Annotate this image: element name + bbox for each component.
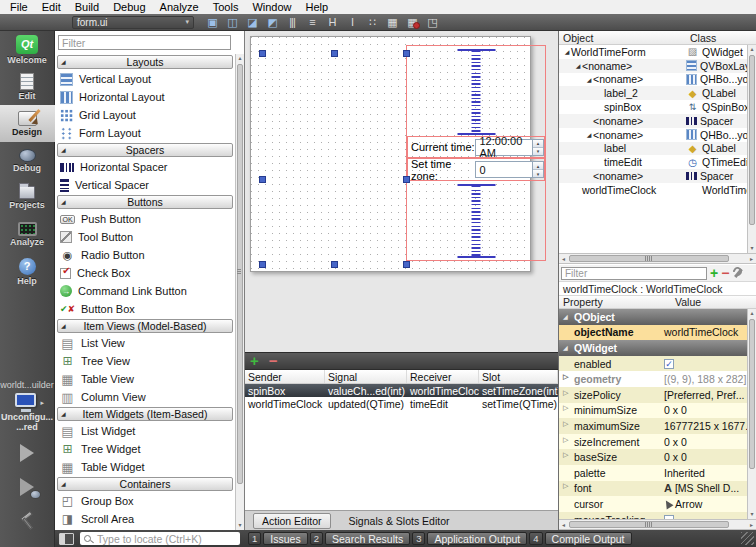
property-row-objectName[interactable]: objectNameworldTimeClock [559,325,747,341]
connection-row[interactable]: worldTimeClockupdated(QTime)timeEditsetT… [245,397,558,410]
selection-handle[interactable] [331,261,338,268]
run-button[interactable] [0,440,55,466]
configure-icon[interactable] [732,267,744,279]
widget-item-push-button[interactable]: Push Button [55,210,235,228]
object-inspector-hscrollbar[interactable]: ◂ ▸ [559,253,756,264]
tab-action-editor[interactable]: Action Editor [253,513,331,529]
vbox-layout-outline[interactable]: Current time: 12:00:00 AM ▴▾ Set time zo… [406,45,546,261]
widget-item-form-layout[interactable]: Form Layout [55,124,235,142]
property-row-sizePolicy[interactable]: ▷sizePolicy[Preferred, Pref... [559,387,747,403]
widgetbox-scrollbar[interactable]: ▴ ▾ [235,54,244,530]
widget-item-horizontal-spacer[interactable]: Horizontal Spacer [55,158,235,176]
column-header-signal[interactable]: Signal [325,370,407,383]
mode-projects[interactable]: Projects [0,179,55,216]
kit-selector-button[interactable]: ▸ Unconfigu... ...red [1,393,53,432]
current-time-row[interactable]: Current time: 12:00:00 AM ▴▾ [407,136,545,158]
object-tree-row[interactable]: worldTimeClockWorldTimeClock [559,183,747,197]
add-connection-icon[interactable]: + [250,354,259,368]
widgetbox-section-spacers[interactable]: ◢Spacers [57,143,233,157]
property-value[interactable]: 0 x 0 [662,404,747,416]
layout-vertically-icon[interactable]: ≡ [303,15,321,30]
menu-help[interactable]: Help [299,0,336,14]
layout-horizontal-splitter-icon[interactable]: H [323,15,341,30]
property-row-mouseTracking[interactable]: mouseTracking [559,512,747,519]
object-tree-row[interactable]: spinBoxQSpinBox [559,100,747,114]
widgetbox-section-containers[interactable]: ◢Containers [57,477,233,491]
edit-widgets-icon[interactable]: ▣ [203,15,221,30]
menu-build[interactable]: Build [68,0,106,14]
property-value[interactable]: [Preferred, Pref... [662,389,747,401]
column-header-sender[interactable]: Sender [245,370,325,383]
widgetbox-section-layouts[interactable]: ◢Layouts [57,55,233,69]
output-button-issues[interactable]: 1Issues [248,532,308,545]
mode-welcome[interactable]: Welcome [0,31,55,68]
widgetbox-section-buttons[interactable]: ◢Buttons [57,195,233,209]
property-row-baseSize[interactable]: ▷baseSize0 x 0 [559,449,747,465]
mode-analyze[interactable]: Analyze [0,216,55,253]
property-row-palette[interactable]: paletteInherited [559,465,747,481]
tab-signals-slots-editor[interactable]: Signals & Slots Editor [341,514,458,528]
scroll-right-icon[interactable]: ▸ [747,520,756,529]
scroll-left-icon[interactable]: ◂ [559,520,568,529]
widget-item-tree-widget[interactable]: Tree Widget [55,440,235,458]
widget-item-horizontal-layout[interactable]: Horizontal Layout [55,88,235,106]
layout-horizontally-icon[interactable]: ||| [283,15,301,30]
scroll-up-icon[interactable]: ▴ [748,45,756,54]
value-column-header[interactable]: Value [671,296,756,308]
edit-signals-slots-icon[interactable]: ◫ [223,15,241,30]
break-layout-icon[interactable]: ▦ [403,15,421,30]
object-tree-row[interactable]: ◢WorldTimeFormQWidget [559,45,747,59]
time-edit-field[interactable]: 12:00:00 AM [475,139,533,156]
property-filter-input[interactable] [561,267,707,280]
time-zone-row[interactable]: Set time zone: 0 ▴▾ [407,158,545,181]
spinbox-field[interactable]: 0 [475,161,533,178]
menu-debug[interactable]: Debug [106,0,152,14]
expanded-icon[interactable]: ◢ [563,48,571,55]
scroll-down-icon[interactable]: ▾ [748,244,756,253]
toggle-sidebar-icon[interactable] [59,533,74,545]
widgetbox-section-item[interactable]: ◢Item Widgets (Item-Based) [57,407,233,421]
expanded-icon[interactable]: ◢ [574,62,582,69]
edit-buddies-icon[interactable]: ◪ [243,15,261,30]
widget-item-list-widget[interactable]: List Widget [55,422,235,440]
selection-handle[interactable] [403,50,410,57]
adjust-size-icon[interactable]: ◳ [423,15,441,30]
widget-item-column-view[interactable]: Column View [55,388,235,406]
property-group-qwidget[interactable]: ◢QWidget [559,340,747,356]
mode-edit[interactable]: Edit [0,68,55,105]
menu-file[interactable]: File [3,0,35,14]
widget-item-scroll-area[interactable]: Scroll Area [55,510,235,528]
menu-window[interactable]: Window [245,0,298,14]
remove-connection-icon[interactable]: − [269,354,278,368]
expand-caret-icon[interactable]: ▷ [563,389,568,397]
widget-item-button-box[interactable]: Button Box [55,300,235,318]
scroll-right-icon[interactable]: ▸ [747,254,756,263]
expand-caret-icon[interactable]: ▷ [563,373,568,381]
expand-caret-icon[interactable]: ▷ [563,482,568,490]
widget-item-radio-button[interactable]: Radio Button [55,246,235,264]
menu-edit[interactable]: Edit [35,0,68,14]
column-header-slot[interactable]: Slot [479,370,558,383]
object-tree-row[interactable]: labelQLabel [559,142,747,156]
object-column-header[interactable]: Object [559,31,686,44]
object-tree-row[interactable]: <noname>Spacer [559,114,747,128]
selection-handle[interactable] [331,50,338,57]
property-value[interactable]: [(9, 9), 188 x 282] [662,373,747,385]
document-selector[interactable]: form.ui ▾ [72,16,194,29]
widget-item-tree-view[interactable]: Tree View [55,352,235,370]
widget-item-vertical-spacer[interactable]: Vertical Spacer [55,176,235,194]
property-editor-vscrollbar[interactable]: ▴ ▾ [747,309,756,519]
output-button-application-output[interactable]: 3Application Output [412,532,527,545]
widget-item-vertical-layout[interactable]: Vertical Layout [55,70,235,88]
object-tree-row[interactable]: label_2QLabel [559,86,747,100]
property-value[interactable]: 16777215 x 1677... [662,420,747,432]
property-value[interactable]: worldTimeClock [662,326,747,338]
debug-run-button[interactable] [0,474,55,500]
scroll-down-icon[interactable]: ▾ [236,521,244,530]
time-edit-spin-buttons[interactable]: ▴▾ [533,139,544,156]
widgetbox-filter-input[interactable] [58,35,231,50]
form-canvas[interactable]: Current time: 12:00:00 AM ▴▾ Set time zo… [250,36,531,272]
widgetbox-section-item[interactable]: ◢Item Views (Model-Based) [57,319,233,333]
expand-caret-icon[interactable]: ▷ [563,404,568,412]
output-button-search-results[interactable]: 2Search Results [310,532,411,545]
